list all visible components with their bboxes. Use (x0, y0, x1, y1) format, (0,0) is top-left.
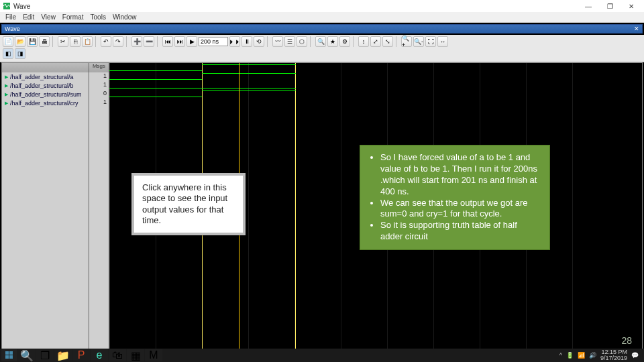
zoom-in-button[interactable]: 🔍+ (401, 36, 412, 47)
maximize-button[interactable]: ❐ (602, 1, 617, 11)
minimize-button[interactable]: — (581, 1, 596, 11)
signal-value-column: Msgs 1 1 0 1 (89, 63, 109, 354)
tray-volume-icon: 🔊 (589, 352, 596, 359)
menu-bar: File Edit View Format Tools Window (0, 12, 644, 23)
tray-battery-icon: 🔋 (566, 352, 574, 359)
menu-edit[interactable]: Edit (20, 13, 37, 21)
find-button[interactable]: 🔍 (315, 36, 326, 47)
taskbar-explorer-icon[interactable]: 📁 (54, 349, 72, 361)
signal-row[interactable]: /half_adder_structural/a (2, 72, 89, 81)
dataflow-icon[interactable]: ⬡ (297, 36, 307, 47)
toggle-leaf-button[interactable]: ◧ (3, 48, 13, 59)
remove-button[interactable]: ➖ (144, 36, 154, 47)
annotation-right: So I have forced value of a to be 1 and … (360, 145, 550, 250)
signal-row[interactable]: /half_adder_structural/cry (2, 99, 89, 107)
restart-button[interactable]: ⟲ (254, 36, 264, 47)
svg-rect-4 (9, 355, 13, 359)
redo-button[interactable]: ↷ (113, 36, 123, 47)
system-tray[interactable]: ^ 🔋 📶 🔊 12:15 PM 9/17/2019 💬 (559, 349, 643, 361)
svg-rect-0 (3, 3, 10, 9)
close-button[interactable]: ✕ (624, 1, 639, 11)
menu-tools[interactable]: Tools (88, 13, 109, 21)
signal-row[interactable]: /half_adder_structural/sum (2, 90, 89, 99)
tray-up-icon[interactable]: ^ (559, 352, 562, 359)
run-length-input[interactable] (199, 37, 228, 46)
start-button[interactable] (1, 349, 17, 361)
wave-pane-title: Wave (5, 25, 20, 32)
wave-pane-header: Wave ✕ (1, 24, 643, 34)
add-button[interactable]: ➕ (131, 36, 142, 47)
new-button[interactable]: 📄 (3, 36, 13, 47)
collapse-icon[interactable]: ⤡ (382, 36, 393, 47)
run-button[interactable]: ▶ (186, 36, 197, 47)
run-all-button[interactable]: ⏵⏵ (229, 36, 240, 47)
menu-view[interactable]: View (38, 13, 58, 21)
copy-button[interactable]: ⎘ (70, 36, 80, 47)
value-cell: 0 (89, 90, 109, 99)
list-icon[interactable]: ☰ (284, 36, 295, 47)
msgs-header: Msgs (89, 63, 109, 72)
paste-button[interactable]: 📋 (82, 36, 93, 47)
step-fwd-button[interactable]: ⏭ (174, 36, 185, 47)
config-button[interactable]: ⚙ (339, 36, 350, 47)
bookmark-button[interactable]: ★ (327, 36, 338, 47)
undo-button[interactable]: ↶ (101, 36, 111, 47)
taskbar-powerpoint-icon[interactable]: P (72, 349, 90, 361)
value-cell: 1 (89, 81, 109, 90)
tray-date: 9/17/2019 (600, 355, 627, 361)
break-button[interactable]: ⏸ (241, 36, 252, 47)
save-button[interactable]: 💾 (27, 36, 38, 47)
title-bar: Wave — ❐ ✕ (0, 0, 644, 12)
signal-list: /half_adder_structural/a /half_adder_str… (2, 72, 89, 354)
step-back-button[interactable]: ⏮ (162, 36, 173, 47)
wave-pane-close-button[interactable]: ✕ (634, 25, 639, 32)
taskbar-edge-icon[interactable]: e (91, 349, 108, 361)
tray-notifications-icon[interactable]: 💬 (631, 352, 639, 359)
print-button[interactable]: 🖶 (39, 36, 50, 47)
signal-row[interactable]: /half_adder_structural/b (2, 81, 89, 90)
tray-wifi-icon: 📶 (578, 352, 585, 359)
value-cell: 1 (89, 72, 109, 81)
svg-rect-2 (9, 351, 13, 355)
menu-window[interactable]: Window (110, 13, 140, 21)
taskbar-modelsim-icon[interactable]: M (145, 349, 162, 361)
svg-rect-1 (5, 351, 9, 355)
taskbar-taskview-icon[interactable]: ❐ (36, 349, 54, 361)
taskbar-app-icon[interactable]: ▦ (127, 349, 144, 361)
toolbar-area: 📄 📂 💾 🖶 ✂ ⎘ 📋 ↶ ↷ ➕ ➖ ⏮ ⏭ ▶ ⏵⏵ ⏸ ⟲ 〰 ☰ ⬡… (0, 35, 644, 62)
window-title: Wave (13, 3, 30, 10)
app-icon (3, 2, 11, 10)
cursor-icon[interactable]: ↕ (358, 36, 369, 47)
signal-name-column: /half_adder_structural/a /half_adder_str… (2, 63, 89, 354)
annotation-left: Click anywhere in this space to see the … (131, 173, 246, 235)
expand-icon[interactable]: ⤢ (370, 36, 381, 47)
zoom-cursor-button[interactable]: ↔ (437, 36, 448, 47)
svg-rect-3 (5, 355, 9, 359)
slide-number: 28 (621, 335, 632, 346)
open-button[interactable]: 📂 (15, 36, 25, 47)
taskbar-search-icon[interactable]: 🔍 (18, 349, 36, 361)
zoom-out-button[interactable]: 🔍- (413, 36, 424, 47)
wave-icon[interactable]: 〰 (272, 36, 283, 47)
menu-format[interactable]: Format (60, 13, 87, 21)
menu-file[interactable]: File (3, 13, 19, 21)
cut-button[interactable]: ✂ (58, 36, 68, 47)
zoom-full-button[interactable]: ⛶ (425, 36, 436, 47)
taskbar-store-icon[interactable]: 🛍 (109, 349, 126, 361)
toggle-path-button[interactable]: ◨ (15, 48, 25, 59)
value-cell: 1 (89, 99, 109, 107)
windows-taskbar: 🔍 ❐ 📁 P e 🛍 ▦ M ^ 🔋 📶 🔊 12:15 PM 9/17/20… (0, 349, 644, 362)
